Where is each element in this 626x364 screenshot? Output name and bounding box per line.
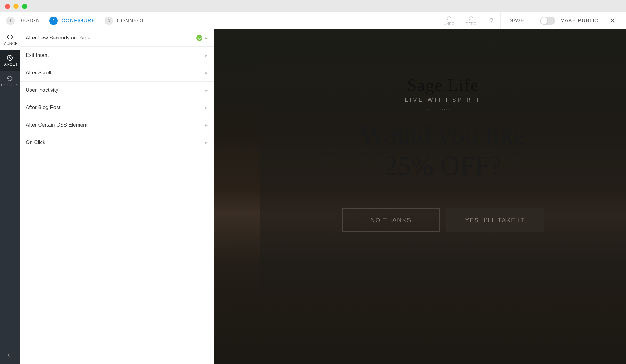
refresh-icon <box>6 75 13 82</box>
preview-logo: Sage Life <box>407 75 479 95</box>
preview-tagline: LIVE WITH SPIRIT <box>405 97 481 103</box>
trigger-exit-intent[interactable]: Exit Intent ▸ <box>20 47 214 64</box>
chevron-right-icon: ▸ <box>205 140 208 145</box>
trigger-after-seconds[interactable]: After Few Seconds on Page ▸ <box>20 29 214 47</box>
divider-dots: ··············· <box>427 107 458 112</box>
close-icon: ✕ <box>609 17 616 25</box>
step-number: 3 <box>105 17 113 25</box>
publish-toggle[interactable] <box>540 17 555 25</box>
redo-icon <box>468 16 474 21</box>
toggle-knob <box>541 17 547 24</box>
no-thanks-button[interactable]: NO THANKS <box>342 208 440 232</box>
save-button[interactable]: SAVE <box>500 12 534 29</box>
wizard-steps: 1 DESIGN 2 CONFIGURE 3 CONNECT <box>6 17 145 25</box>
help-button[interactable]: ? <box>482 12 500 29</box>
step-design[interactable]: 1 DESIGN <box>6 17 40 25</box>
headline-line2: 25% OFF? <box>360 150 525 181</box>
chevron-right-icon: ▸ <box>205 35 208 40</box>
redo-button[interactable]: REDO <box>460 12 482 29</box>
sidebar-item-launch[interactable]: LAUNCH <box>0 29 20 50</box>
preview-headline: Would you like 25% OFF? <box>360 119 525 181</box>
trigger-label: After Scroll <box>26 70 51 76</box>
clock-icon <box>6 54 13 61</box>
yes-label: YES, I'LL TAKE IT <box>465 217 525 224</box>
preview-area: Sage Life LIVE WITH SPIRIT ·············… <box>214 29 626 364</box>
top-toolbar: 1 DESIGN 2 CONFIGURE 3 CONNECT UNDO REDO <box>0 12 626 29</box>
window-close-dot[interactable] <box>5 4 10 9</box>
top-right-controls: UNDO REDO ? SAVE MAKE PUBLIC ✕ <box>438 12 620 29</box>
trigger-label: Exit Intent <box>26 52 49 58</box>
close-button[interactable]: ✕ <box>605 12 620 29</box>
code-icon <box>6 34 13 40</box>
publish-control: MAKE PUBLIC <box>534 12 605 29</box>
sidebar-item-cookies[interactable]: COOKIES <box>0 71 20 92</box>
popup-preview: Sage Life LIVE WITH SPIRIT ·············… <box>260 60 626 292</box>
window-minimize-dot[interactable] <box>13 4 19 9</box>
no-thanks-label: NO THANKS <box>370 217 411 224</box>
trigger-label: On Click <box>26 139 45 145</box>
step-number: 1 <box>6 17 15 25</box>
trigger-after-blog-post[interactable]: After Blog Post ▸ <box>20 99 214 116</box>
step-number: 2 <box>49 17 58 25</box>
main-body: LAUNCH TARGET COOKIES After Few Seconds … <box>0 29 626 364</box>
window-maximize-dot[interactable] <box>22 4 27 9</box>
sidebar-label: LAUNCH <box>2 42 18 46</box>
chevron-right-icon: ▸ <box>205 88 208 93</box>
trigger-label: After Blog Post <box>26 105 60 111</box>
chevron-right-icon: ▸ <box>205 70 208 75</box>
sidebar-label: COOKIES <box>1 83 19 87</box>
left-sidebar: LAUNCH TARGET COOKIES <box>0 29 20 364</box>
undo-icon <box>446 16 452 21</box>
sidebar-label: TARGET <box>2 62 18 67</box>
chevron-right-icon: ▸ <box>205 53 208 58</box>
step-connect[interactable]: 3 CONNECT <box>105 17 145 25</box>
sidebar-back-button[interactable] <box>0 346 20 364</box>
trigger-user-inactivity[interactable]: User Inactivity ▸ <box>20 82 214 99</box>
undo-button[interactable]: UNDO <box>438 12 460 29</box>
step-label: CONFIGURE <box>61 18 95 24</box>
trigger-after-css-element[interactable]: After Certain CSS Element ▸ <box>20 116 214 134</box>
sidebar-item-target[interactable]: TARGET <box>0 50 20 71</box>
yes-button[interactable]: YES, I'LL TAKE IT <box>446 208 544 232</box>
trigger-label: User Inactivity <box>26 87 58 93</box>
cta-buttons: NO THANKS YES, I'LL TAKE IT <box>342 208 544 232</box>
step-label: DESIGN <box>18 18 40 24</box>
window-titlebar <box>0 0 626 12</box>
redo-label: REDO <box>466 22 477 26</box>
help-icon: ? <box>489 17 493 25</box>
chevron-right-icon: ▸ <box>205 123 208 127</box>
publish-label: MAKE PUBLIC <box>560 18 598 24</box>
trigger-panel: After Few Seconds on Page ▸ Exit Intent … <box>20 29 214 364</box>
trigger-after-scroll[interactable]: After Scroll ▸ <box>20 64 214 82</box>
arrow-left-icon <box>6 352 13 358</box>
trigger-label: After Certain CSS Element <box>26 122 87 128</box>
trigger-label: After Few Seconds on Page <box>26 35 90 41</box>
undo-label: UNDO <box>444 22 455 26</box>
trigger-on-click[interactable]: On Click ▸ <box>20 134 214 151</box>
step-configure[interactable]: 2 CONFIGURE <box>49 17 95 25</box>
headline-line1: Would you like <box>360 119 525 150</box>
check-icon <box>196 35 202 41</box>
step-label: CONNECT <box>117 18 145 24</box>
chevron-right-icon: ▸ <box>205 105 208 110</box>
save-label: SAVE <box>510 18 525 24</box>
